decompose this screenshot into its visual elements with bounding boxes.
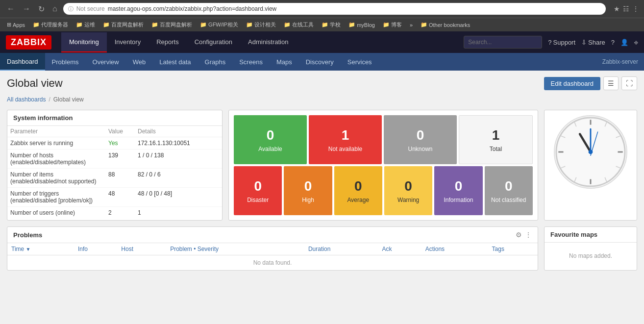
cell-number: 0 xyxy=(267,127,274,144)
host-cell-available[interactable]: 0 Available xyxy=(234,115,307,164)
subnav-maps[interactable]: Maps xyxy=(270,53,299,71)
help-button[interactable]: ? xyxy=(611,39,615,46)
param-cell: Number of items (enabled/disabled/not su… xyxy=(7,169,105,188)
bottom-row: Problems ⚙ ⋮ Time ▼InfoHostProblem • Sev… xyxy=(7,226,637,271)
cell-label: Warning xyxy=(397,197,419,203)
subnav-discovery[interactable]: Discovery xyxy=(299,53,341,71)
severity-cell-high[interactable]: 0 High xyxy=(284,166,332,215)
cell-number: 0 xyxy=(455,178,463,195)
bookmark-more[interactable]: » xyxy=(407,21,416,29)
host-cell-total[interactable]: 1 Total xyxy=(459,115,533,164)
problems-panel: Problems ⚙ ⋮ Time ▼InfoHostProblem • Sev… xyxy=(7,226,538,271)
support-link[interactable]: ? Support xyxy=(548,39,575,46)
share-link[interactable]: ⇩ Share xyxy=(581,39,605,46)
bookmark-4[interactable]: 📁 百度网盘解析 xyxy=(149,20,195,29)
reload-button[interactable]: ↻ xyxy=(36,3,47,15)
more-icon[interactable]: ⋮ xyxy=(525,231,532,239)
edit-dashboard-button[interactable]: Edit dashboard xyxy=(544,77,600,90)
bookmark-1[interactable]: 📁 代理服务器 xyxy=(30,20,71,29)
cell-number: 0 xyxy=(304,178,312,195)
hosts-severity-row: 0 Disaster 0 High 0 Average 0 Warning 0 … xyxy=(234,166,533,215)
nav-administration[interactable]: Administration xyxy=(240,32,296,52)
dashboard-grid: System information Parameter Value Detai… xyxy=(7,110,637,221)
table-row: Number of items (enabled/disabled/not su… xyxy=(7,169,222,188)
home-button[interactable]: ⌂ xyxy=(50,3,59,14)
menu-button[interactable]: ⋮ xyxy=(632,5,639,13)
breadcrumb-parent[interactable]: All dashboards xyxy=(7,96,46,103)
problems-col-host[interactable]: Host xyxy=(117,243,166,255)
folder-icon: 📁 xyxy=(421,22,427,28)
list-view-button[interactable]: ☰ xyxy=(603,76,619,90)
fav-maps-body: No maps added. xyxy=(545,243,637,269)
title-actions: Edit dashboard ☰ ⛶ xyxy=(544,76,637,90)
nav-monitoring[interactable]: Monitoring xyxy=(61,32,107,52)
nav-configuration[interactable]: Configuration xyxy=(187,32,240,52)
url-bar[interactable]: ⓘ Not secure master.agou-ops.com/zabbix/… xyxy=(63,3,606,15)
support-icon: ? xyxy=(548,39,551,46)
fullscreen-button[interactable]: ⛶ xyxy=(621,76,637,90)
subnav-services[interactable]: Services xyxy=(341,53,379,71)
subnav-graphs[interactable]: Graphs xyxy=(198,53,233,71)
bookmark-7[interactable]: 📁 在线工具 xyxy=(281,20,317,29)
nav-reports[interactable]: Reports xyxy=(149,32,187,52)
bookmark-star[interactable]: ★ xyxy=(614,5,620,13)
extensions-button[interactable]: ☷ xyxy=(623,5,629,13)
problems-col-actions[interactable]: Actions xyxy=(421,243,488,255)
bookmark-5[interactable]: 📁 GFW/IP相关 xyxy=(197,20,241,29)
security-icon: ⓘ xyxy=(68,5,74,13)
problems-col-tags[interactable]: Tags xyxy=(488,243,538,255)
zabbix-logo: ZABBIX xyxy=(6,35,51,50)
problems-col-duration[interactable]: Duration xyxy=(304,243,378,255)
logout-icon[interactable]: ⎆ xyxy=(634,39,638,46)
back-button[interactable]: ← xyxy=(5,3,17,14)
subnav-screens[interactable]: Screens xyxy=(232,53,270,71)
subnav-dashboard[interactable]: Dashboard xyxy=(0,53,45,71)
system-info-body: Parameter Value Details Zabbix server is… xyxy=(7,126,222,219)
search-input[interactable] xyxy=(464,36,542,49)
host-cell-unknown[interactable]: 0 Unknown xyxy=(384,115,457,164)
sub-navigation: Dashboard Problems Overview Web Latest d… xyxy=(0,53,644,71)
severity-cell-information[interactable]: 0 Information xyxy=(434,166,482,215)
page-title-row: Global view Edit dashboard ☰ ⛶ xyxy=(7,76,637,90)
subnav-web[interactable]: Web xyxy=(126,53,153,71)
folder-icon: 📁 xyxy=(246,22,253,28)
bookmark-9[interactable]: 📁 myBlog xyxy=(346,21,378,29)
url-text: master.agou-ops.com/zabbix/zabbix.php?ac… xyxy=(108,5,277,12)
bookmark-6[interactable]: 📁 设计相关 xyxy=(243,20,279,29)
value-cell: 139 xyxy=(105,150,135,169)
cell-number: 0 xyxy=(505,178,513,195)
user-icon[interactable]: 👤 xyxy=(620,39,628,46)
problems-col-problem---severity[interactable]: Problem • Severity xyxy=(166,243,304,255)
forward-button[interactable]: → xyxy=(21,3,32,14)
nav-inventory[interactable]: Inventory xyxy=(107,32,149,52)
bookmark-3[interactable]: 📁 百度网盘解析 xyxy=(100,20,147,29)
bookmark-apps[interactable]: ⊞ Apps xyxy=(4,21,28,29)
folder-icon: 📁 xyxy=(383,22,390,28)
severity-cell-disaster[interactable]: 0 Disaster xyxy=(234,166,282,215)
folder-icon: 📁 xyxy=(200,22,207,28)
subnav-problems[interactable]: Problems xyxy=(45,53,86,71)
system-info-panel: System information Parameter Value Detai… xyxy=(7,110,223,221)
bookmark-10[interactable]: 📁 博客 xyxy=(380,20,405,29)
gear-icon[interactable]: ⚙ xyxy=(516,231,522,239)
severity-cell-average[interactable]: 0 Average xyxy=(334,166,382,215)
subnav-overview[interactable]: Overview xyxy=(86,53,126,71)
host-cell-not-available[interactable]: 1 Not available xyxy=(309,115,382,164)
problems-col-ack[interactable]: Ack xyxy=(378,243,421,255)
severity-cell-not-classified[interactable]: 0 Not classified xyxy=(485,166,533,215)
no-data-row: No data found. xyxy=(7,255,538,271)
bookmark-2[interactable]: 📁 运维 xyxy=(73,20,98,29)
problems-col-time[interactable]: Time ▼ xyxy=(7,243,74,255)
folder-icon: 📁 xyxy=(151,22,158,28)
bookmark-8[interactable]: 📁 学校 xyxy=(319,20,344,29)
clock-svg xyxy=(555,116,626,188)
col-details: Details xyxy=(135,126,222,137)
bookmark-other[interactable]: 📁 Other bookmarks xyxy=(418,21,473,29)
folder-icon: 📁 xyxy=(348,22,355,28)
subnav-latest-data[interactable]: Latest data xyxy=(152,53,198,71)
param-cell: Zabbix server is running xyxy=(7,137,105,150)
severity-cell-warning[interactable]: 0 Warning xyxy=(384,166,432,215)
problems-col-info[interactable]: Info xyxy=(74,243,117,255)
cell-number: 0 xyxy=(254,178,262,195)
clock-panel xyxy=(544,110,637,221)
